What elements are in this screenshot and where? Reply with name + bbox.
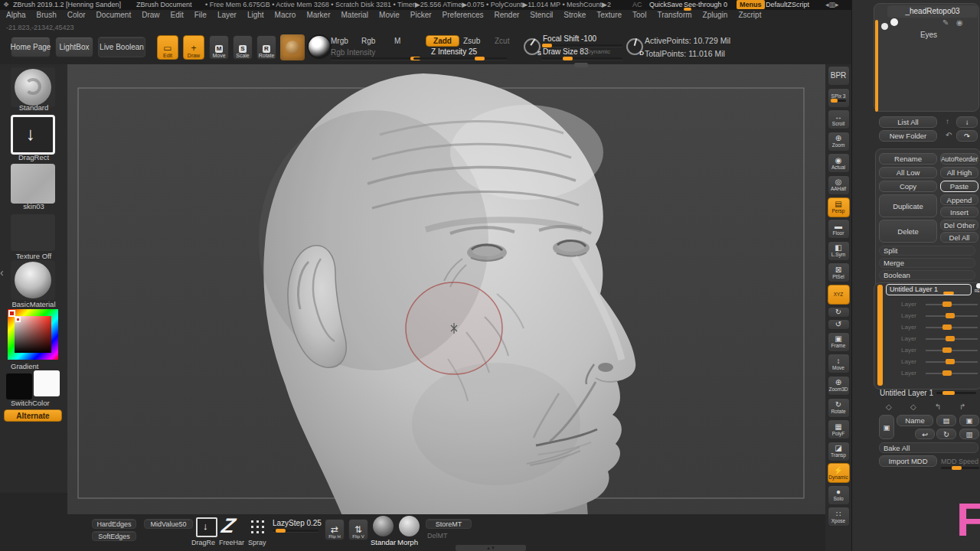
lightbox-button[interactable]: LightBox xyxy=(55,37,93,57)
zadd-button[interactable]: Zadd xyxy=(426,35,459,47)
menu-document[interactable]: Document xyxy=(96,11,132,19)
scale-button[interactable]: S Scale xyxy=(233,35,253,60)
import-mdd-button[interactable]: Import MDD xyxy=(879,455,937,467)
flip-v-button[interactable]: ⇅ Flip V xyxy=(348,519,368,540)
menu-stencil[interactable]: Stencil xyxy=(530,11,553,19)
strip-floor[interactable]: ▬Floor xyxy=(828,219,850,239)
redo-folder-button[interactable]: ↷ xyxy=(956,130,978,142)
layer-row[interactable]: Layer xyxy=(886,344,980,356)
layer-stack-button[interactable]: ▤ xyxy=(936,415,956,426)
stroke-thumbnail[interactable]: ↓ xyxy=(11,115,55,155)
brush-thumbnail[interactable] xyxy=(11,67,55,107)
layer-mode-button[interactable]: ▣ xyxy=(879,415,894,439)
auto-reorder-button[interactable]: AutoReorder xyxy=(940,153,978,165)
home-page-button[interactable]: Home Page xyxy=(11,37,51,57)
menu-brush[interactable]: Brush xyxy=(37,11,57,19)
layer-rec-icon[interactable]: REC xyxy=(973,283,980,293)
menu-movie[interactable]: Movie xyxy=(379,11,400,19)
new-folder-button[interactable]: New Folder xyxy=(879,130,937,142)
strip-solo[interactable]: ●Solo xyxy=(828,485,850,505)
morph-target-standard-sphere[interactable] xyxy=(373,516,394,536)
menu-edit[interactable]: Edit xyxy=(171,11,184,19)
duplicate-button[interactable]: Duplicate xyxy=(879,194,937,217)
document-canvas[interactable] xyxy=(67,64,825,517)
strip-polyf[interactable]: ▦PolyF xyxy=(828,419,850,439)
rgb-intensity-slider[interactable] xyxy=(331,57,421,60)
flip-h-button[interactable]: ⇄ Flip H xyxy=(325,519,345,540)
sculpt-model[interactable] xyxy=(67,64,825,517)
del-other-button[interactable]: Del Other xyxy=(940,220,978,230)
menu-preferences[interactable]: Preferences xyxy=(443,11,484,19)
strip-spix-3[interactable]: SPix 3 xyxy=(828,88,850,108)
color-picker[interactable] xyxy=(8,309,58,360)
bake-all-button[interactable]: Bake All xyxy=(879,442,978,453)
boolean-button[interactable]: Boolean xyxy=(879,270,975,280)
menu-zscript[interactable]: Zscript xyxy=(738,11,761,19)
tray-splitter-handle[interactable]: ▲▼ xyxy=(456,545,526,551)
texture-thumbnail[interactable] xyxy=(11,214,55,251)
layers-scroll-indicator[interactable] xyxy=(877,285,883,386)
strip-zoom3d[interactable]: ⊕Zoom3D xyxy=(828,376,850,396)
alternate-button[interactable]: Alternate xyxy=(4,409,62,422)
stroke-dial-icon[interactable]: S xyxy=(524,38,541,55)
z-intensity-slider[interactable] xyxy=(413,57,507,60)
stroke-spray-icon[interactable] xyxy=(250,519,266,536)
strip-bpr[interactable]: BPR xyxy=(828,66,850,86)
draw-size-slider[interactable] xyxy=(541,57,622,60)
store-mt-button[interactable]: StoreMT xyxy=(426,519,472,529)
menus-button[interactable]: Menus xyxy=(737,0,765,9)
strip-actual[interactable]: ◉Actual xyxy=(828,153,850,173)
soft-edges-button[interactable]: SoftEdges xyxy=(92,531,136,541)
mid-value-button[interactable]: MidValue50 xyxy=(144,519,193,529)
strip-move[interactable]: ↕Move xyxy=(828,354,850,373)
rename-button[interactable]: Rename xyxy=(879,153,937,165)
layer-refresh-button[interactable]: ↻ xyxy=(936,429,956,439)
menu-stroke[interactable]: Stroke xyxy=(564,11,586,19)
copy-button[interactable]: Copy xyxy=(879,181,937,192)
layer-nav-icon-4[interactable]: ↱ xyxy=(959,403,965,411)
layer-row[interactable]: Layer xyxy=(886,321,980,333)
default-zscript-button[interactable]: DefaultZScript xyxy=(766,1,809,8)
focal-shift-slider[interactable] xyxy=(541,44,622,47)
strip-scroll[interactable]: ↔Scroll xyxy=(828,109,850,129)
draw-size-label[interactable]: Draw Size 83 xyxy=(543,47,588,56)
main-color-swatch[interactable] xyxy=(6,373,32,399)
paste-button[interactable]: Paste xyxy=(940,181,978,192)
strip-dynamic[interactable]: ⚡Dynamic xyxy=(828,463,850,483)
canvas-divider-handle[interactable] xyxy=(574,63,588,67)
z-intensity-label[interactable]: Z Intensity 25 xyxy=(431,47,477,56)
insert-button[interactable]: Insert xyxy=(940,207,978,217)
list-all-button[interactable]: List All xyxy=(879,116,937,128)
strip-z[interactable]: ↺ xyxy=(828,319,850,330)
draw-button[interactable]: + Draw xyxy=(183,35,204,60)
menu-layer[interactable]: Layer xyxy=(217,11,237,19)
delete-button[interactable]: Delete xyxy=(879,220,937,243)
strip-rotate[interactable]: ↻Rotate xyxy=(828,398,850,418)
layer-row[interactable]: Layer xyxy=(886,298,980,310)
tool-name-tab[interactable]: _headRetopo03 xyxy=(887,5,978,18)
move-down-button[interactable]: ↓ xyxy=(956,116,978,128)
alpha-thumbnail[interactable] xyxy=(11,164,55,204)
move-button[interactable]: M Move xyxy=(209,35,229,60)
append-button[interactable]: Append xyxy=(940,194,978,205)
all-high-button[interactable]: All High xyxy=(940,167,978,178)
menu-marker[interactable]: Marker xyxy=(306,11,330,19)
menu-tool[interactable]: Tool xyxy=(632,11,646,19)
strip-zoom[interactable]: ⊕Zoom xyxy=(828,132,850,152)
menu-macro[interactable]: Macro xyxy=(275,11,296,19)
lazy-step-label[interactable]: LazyStep 0.25 xyxy=(273,519,322,527)
layer-name-button[interactable]: Name xyxy=(897,415,933,426)
subtool-scroll-indicator[interactable] xyxy=(875,20,878,112)
strip-frame[interactable]: ▣Frame xyxy=(828,332,850,352)
menu-zplugin[interactable]: Zplugin xyxy=(703,11,728,19)
strip-l-sym[interactable]: ◧L.Sym xyxy=(828,241,850,261)
stroke-dragrect-button[interactable]: ↓ xyxy=(196,517,217,537)
menu-texture[interactable]: Texture xyxy=(596,11,622,19)
polypaint-brush-icon[interactable]: ✎ xyxy=(942,18,949,27)
layer-row[interactable]: Layer xyxy=(886,310,980,321)
menu-transform[interactable]: Transform xyxy=(657,11,691,19)
quicksave-button[interactable]: QuickSave xyxy=(649,1,683,8)
menu-file[interactable]: File xyxy=(194,11,207,19)
layer-row[interactable]: Layer xyxy=(886,367,980,379)
menu-render[interactable]: Render xyxy=(495,11,520,19)
